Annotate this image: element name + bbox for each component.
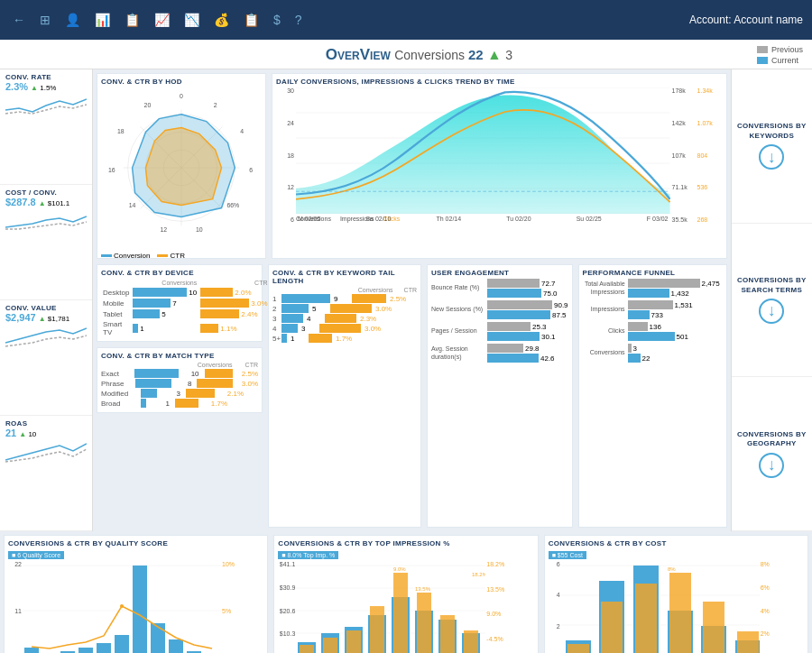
user-engagement-title: User Engagement — [431, 269, 568, 277]
roas-sparkline — [5, 438, 87, 464]
dollar-icon[interactable]: $ — [270, 11, 284, 29]
quality-score-panel: Conversions & CTR by Quality Score ■ 6 Q… — [4, 535, 268, 653]
match-type-title: Conv. & CTR by Match Type — [101, 352, 258, 360]
performance-funnel-title: Performance Funnel — [583, 269, 723, 277]
quality-score-title: Conversions & CTR by Quality Score — [8, 539, 263, 547]
cost-badge: ■ $55 Cost — [549, 551, 586, 559]
roas-change: ▲ 10 — [19, 430, 36, 438]
account-icon[interactable]: 👤 — [61, 11, 84, 29]
legend: Previous Current — [757, 45, 803, 65]
table-row: 5+ 1 1.7% — [272, 334, 417, 343]
table-row: Bounce Rate (%) 72.7 75.0 — [431, 279, 568, 298]
svg-text:18: 18 — [117, 128, 125, 134]
page-title: OverView Conversions 22 ▲ 3 — [81, 46, 757, 64]
table-row: Smart TV 1 1.1% — [101, 319, 270, 337]
sidebar-geography-title: Conversions by Geography — [737, 430, 807, 449]
legend-curr-label: Current — [771, 56, 798, 65]
svg-text:14: 14 — [129, 202, 136, 208]
svg-rect-35 — [115, 635, 129, 653]
cost-panel: Conversions & CTR by Cost ■ $55 Cost 642… — [544, 535, 808, 653]
svg-text:20: 20 — [144, 102, 152, 108]
keywords-download-btn[interactable]: ↓ — [759, 144, 784, 170]
svg-rect-62 — [464, 630, 478, 653]
conv-rate-change: ▲ 1.5% — [31, 84, 56, 92]
report2-icon[interactable]: 📋 — [121, 11, 143, 29]
svg-rect-58 — [370, 606, 384, 653]
conv-count: 22 — [468, 47, 484, 62]
table-row: Broad 1 1.7% — [101, 399, 258, 408]
roas-card: ROAS 21 ▲ 10 — [0, 416, 92, 531]
top-impression-title: Conversions & CTR by Top Impression % — [278, 539, 533, 547]
roas-title: ROAS — [5, 419, 87, 428]
table-row: 3 4 2.3% — [272, 314, 417, 323]
svg-rect-57 — [346, 630, 361, 653]
table-row: Tablet 5 2.4% — [101, 308, 270, 319]
grid-icon[interactable]: ⊞ — [36, 11, 54, 29]
match-type-panel: Conv. & CTR by Match Type ConversionsCTR… — [97, 347, 263, 413]
svg-text:16: 16 — [108, 167, 115, 173]
table-row: New Sessions (%) 90.9 87.5 — [431, 300, 568, 319]
top-impression-chart: 18.2% 13.5% 9.0% — [296, 561, 485, 653]
cost-conv-sparkline — [5, 207, 87, 233]
top-nav: ← ⊞ 👤 📊 📋 📈 📉 💰 📋 $ ? Account: Account n… — [0, 0, 812, 40]
report4-icon[interactable]: 📉 — [180, 11, 203, 29]
svg-text:66%: 66% — [226, 202, 239, 208]
svg-rect-77 — [601, 602, 623, 653]
geography-download-btn[interactable]: ↓ — [759, 453, 784, 478]
overview-label: OverView — [326, 46, 391, 63]
svg-rect-30 — [24, 648, 39, 653]
report5-icon[interactable]: 📋 — [240, 11, 263, 29]
conv-value-value: $2,947 — [5, 312, 36, 323]
daily-chart-panel: Daily Conversions, Impressions & Clicks … — [272, 73, 727, 259]
svg-rect-81 — [737, 631, 759, 653]
page-header: OverView Conversions 22 ▲ 3 Previous Cur… — [0, 40, 812, 69]
svg-rect-78 — [635, 584, 657, 653]
conv-value-change: ▲ $1,781 — [39, 315, 70, 323]
daily-chart-svg — [296, 87, 670, 214]
table-row: Pages / Session 25.3 30.1 — [431, 322, 568, 341]
report3-icon[interactable]: 📈 — [151, 11, 173, 29]
device-panel: Conv. & CTR by Device Conversions CTR De… — [97, 264, 263, 342]
back-icon[interactable]: ← — [9, 11, 29, 29]
top-impression-badge: ■ 8.0% Top Imp. % — [278, 551, 338, 559]
performance-funnel-panel: Performance Funnel Total Available Impre… — [578, 264, 727, 528]
money-icon[interactable]: 💰 — [210, 11, 233, 29]
table-row: Mobile 7 3.0% — [101, 298, 270, 308]
cost-conv-value: $287.8 — [5, 197, 36, 207]
svg-rect-80 — [703, 602, 724, 653]
cost-conv-change: ▲ $101.1 — [39, 199, 70, 207]
conv-value-title: Conv. Value — [5, 304, 87, 312]
quality-score-chart — [23, 561, 221, 653]
sidebar-keywords: Conversions by Keywords ↓ — [732, 69, 812, 224]
svg-text:4: 4 — [240, 128, 244, 134]
svg-rect-60 — [417, 593, 431, 653]
cost-conv-card: Cost / Conv. $287.8 ▲ $101.1 — [0, 185, 92, 300]
svg-text:10: 10 — [196, 226, 203, 233]
conv-rate-card: Conv. Rate 2.3% ▲ 1.5% — [0, 69, 92, 185]
svg-rect-56 — [323, 638, 337, 653]
device-title: Conv. & CTR by Device — [101, 269, 258, 277]
sidebar-search-terms-title: Conversions by Search Terms — [737, 276, 807, 295]
report1-icon[interactable]: 📊 — [91, 11, 114, 29]
help-icon[interactable]: ? — [291, 11, 306, 29]
svg-text:8%: 8% — [668, 566, 676, 572]
sidebar-keywords-title: Conversions by Keywords — [737, 122, 807, 141]
table-row: Conversions 3 22 — [583, 344, 723, 363]
svg-text:0: 0 — [180, 93, 183, 99]
table-row: Modified 3 2.1% — [101, 389, 258, 398]
table-row: Total Available Impressions 2,475 1,432 — [583, 279, 723, 298]
search-terms-download-btn[interactable]: ↓ — [759, 299, 784, 324]
svg-text:18.2%: 18.2% — [472, 572, 485, 577]
svg-rect-38 — [169, 639, 183, 653]
table-row: 1 9 2.5% — [272, 294, 417, 303]
top-impression-panel: Conversions & CTR by Top Impression % ■ … — [273, 535, 538, 653]
table-row: Desktop 10 2.0% — [101, 287, 270, 298]
svg-text:12: 12 — [160, 226, 167, 233]
legend-prev-label: Previous — [771, 45, 803, 54]
arrow-up: ▲ — [487, 47, 505, 62]
svg-rect-33 — [78, 648, 93, 653]
hod-legend: Conversion CTR — [101, 252, 262, 260]
svg-text:6: 6 — [249, 167, 253, 173]
svg-rect-79 — [669, 573, 691, 653]
table-row: 2 5 3.0% — [272, 304, 417, 313]
